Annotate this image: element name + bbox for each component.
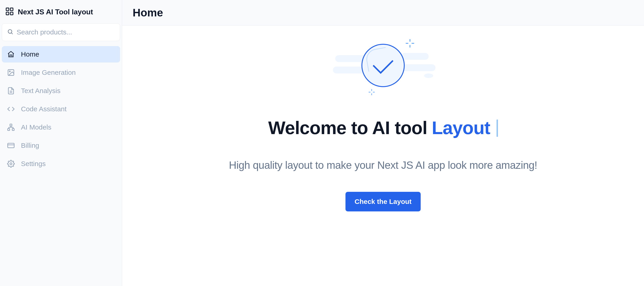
svg-point-4 bbox=[8, 30, 12, 33]
home-icon bbox=[6, 50, 16, 58]
sidebar-item-label: Text Analysis bbox=[21, 87, 60, 95]
svg-rect-3 bbox=[10, 12, 13, 15]
svg-rect-13 bbox=[8, 143, 14, 148]
svg-point-7 bbox=[9, 71, 10, 72]
brand-title: Next JS AI Tool layout bbox=[18, 8, 93, 16]
sidebar-item-label: Image Generation bbox=[21, 69, 76, 76]
svg-rect-2 bbox=[6, 12, 9, 15]
sidebar-item-label: Settings bbox=[21, 160, 46, 168]
svg-rect-10 bbox=[10, 124, 12, 126]
sidebar-item-billing[interactable]: Billing bbox=[2, 137, 120, 154]
headline-accent: Layout bbox=[432, 117, 490, 138]
sparkle-icon bbox=[368, 89, 375, 96]
image-icon bbox=[6, 69, 16, 76]
credit-card-icon bbox=[6, 142, 16, 149]
sidebar: Next JS AI Tool layout Home bbox=[0, 0, 122, 286]
network-icon bbox=[6, 123, 16, 131]
search-icon bbox=[7, 29, 14, 36]
page-title: Home bbox=[133, 7, 163, 19]
content: Welcome to AI tool Layout High quality l… bbox=[122, 26, 644, 286]
svg-line-5 bbox=[12, 33, 12, 34]
sidebar-item-text-analysis[interactable]: Text Analysis bbox=[2, 83, 120, 99]
svg-point-15 bbox=[10, 163, 12, 165]
sidebar-item-label: Billing bbox=[21, 142, 39, 149]
headline-prefix: Welcome to AI tool bbox=[268, 117, 427, 138]
svg-rect-1 bbox=[10, 8, 13, 11]
sidebar-item-code-assistant[interactable]: Code Assistant bbox=[2, 101, 120, 117]
sidebar-item-settings[interactable]: Settings bbox=[2, 156, 120, 172]
dashboard-grid-icon bbox=[5, 7, 14, 17]
sidebar-item-label: Code Assistant bbox=[21, 105, 66, 113]
sidebar-item-label: Home bbox=[21, 50, 39, 58]
svg-rect-11 bbox=[8, 129, 10, 131]
check-circle-icon bbox=[362, 44, 405, 87]
hero-subhead: High quality layout to make your Next JS… bbox=[229, 159, 537, 171]
sidebar-item-ai-models[interactable]: AI Models bbox=[2, 119, 120, 135]
brand: Next JS AI Tool layout bbox=[2, 5, 120, 23]
code-icon bbox=[6, 105, 16, 113]
sidebar-item-image-generation[interactable]: Image Generation bbox=[2, 64, 120, 81]
page-header: Home bbox=[122, 0, 644, 26]
svg-rect-12 bbox=[12, 129, 14, 131]
check-layout-button[interactable]: Check the Layout bbox=[346, 192, 421, 211]
search-box[interactable] bbox=[2, 23, 120, 41]
gear-icon bbox=[6, 160, 16, 168]
sidebar-nav: Home Image Generation Text Analysis bbox=[2, 46, 120, 172]
hero-illustration bbox=[333, 39, 433, 99]
sidebar-item-label: AI Models bbox=[21, 123, 51, 131]
hero-headline: Welcome to AI tool Layout bbox=[268, 117, 498, 138]
sparkle-icon bbox=[405, 38, 415, 48]
svg-rect-0 bbox=[6, 8, 9, 11]
file-text-icon bbox=[6, 87, 16, 95]
search-input[interactable] bbox=[17, 28, 115, 36]
main: Home bbox=[122, 0, 644, 286]
sidebar-item-home[interactable]: Home bbox=[2, 46, 120, 63]
typing-cursor-icon bbox=[496, 120, 498, 137]
